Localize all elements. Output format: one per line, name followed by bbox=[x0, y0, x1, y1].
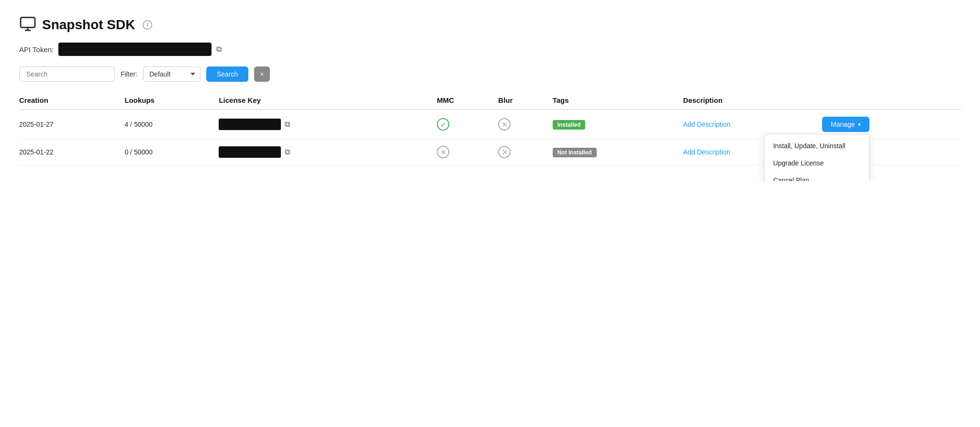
manage-btn-wrapper: Manage ▾ Install, Update, Uninstall Upgr… bbox=[822, 117, 869, 132]
search-input[interactable] bbox=[19, 66, 115, 82]
col-actions bbox=[822, 91, 961, 109]
row2-blur-x-icon: ✕ bbox=[498, 146, 511, 158]
row1-actions: Manage ▾ Install, Update, Uninstall Upgr… bbox=[822, 109, 961, 139]
row1-tags: Installed bbox=[553, 109, 683, 139]
row1-license-key: ⧉ bbox=[219, 109, 420, 139]
table-row: 2025-01-27 4 / 50000 ⧉ ✓ ✕ Installed Add… bbox=[19, 109, 961, 139]
col-creation: Creation bbox=[19, 91, 124, 109]
data-table: Creation Lookups License Key MMC Blur Ta… bbox=[19, 91, 961, 165]
api-token-row: API Token: ⧉ bbox=[19, 43, 961, 56]
monitor-icon bbox=[19, 15, 36, 34]
dropdown-item-install[interactable]: Install, Update, Uninstall bbox=[765, 137, 869, 154]
row2-not-installed-badge: Not Installed bbox=[553, 148, 597, 157]
api-token-label: API Token: bbox=[19, 45, 54, 54]
col-blur: Blur bbox=[498, 91, 552, 109]
row2-mmc: ✕ bbox=[437, 139, 498, 165]
copy-token-icon[interactable]: ⧉ bbox=[216, 45, 222, 54]
filter-label: Filter: bbox=[121, 70, 137, 78]
row2-creation: 2025-01-22 bbox=[19, 139, 124, 165]
col-license-key: License Key bbox=[219, 91, 437, 109]
row1-lookups: 4 / 50000 bbox=[124, 109, 219, 139]
api-token-value bbox=[58, 43, 212, 56]
row1-creation: 2025-01-27 bbox=[19, 109, 124, 139]
page-title: Snapshot SDK bbox=[42, 17, 135, 33]
row1-mmc: ✓ bbox=[437, 109, 498, 139]
row1-copy-license-icon[interactable]: ⧉ bbox=[285, 120, 290, 129]
chevron-down-icon: ▾ bbox=[858, 121, 861, 128]
search-button[interactable]: Search bbox=[206, 66, 248, 82]
row1-installed-badge: Installed bbox=[553, 120, 586, 130]
manage-button-label: Manage bbox=[831, 120, 855, 128]
search-bar: Filter: Default All Installed Not Instal… bbox=[19, 66, 961, 82]
dropdown-item-cancel[interactable]: Cancel Plan bbox=[765, 172, 869, 181]
row2-copy-license-icon[interactable]: ⧉ bbox=[285, 148, 290, 156]
manage-dropdown-menu: Install, Update, Uninstall Upgrade Licen… bbox=[764, 134, 869, 181]
row1-blur-x-icon: ✕ bbox=[498, 118, 511, 131]
col-lookups: Lookups bbox=[124, 91, 219, 109]
row1-blur: ✕ bbox=[498, 109, 552, 139]
col-tags: Tags bbox=[553, 91, 683, 109]
row1-license-key-block bbox=[219, 119, 281, 130]
col-mmc: MMC bbox=[437, 91, 498, 109]
row2-license-key-block bbox=[219, 146, 281, 158]
row1-add-description-link[interactable]: Add Description bbox=[683, 120, 731, 128]
manage-button[interactable]: Manage ▾ bbox=[822, 117, 869, 132]
clear-button[interactable]: × bbox=[254, 66, 269, 82]
page-header: Snapshot SDK i bbox=[19, 15, 961, 34]
col-description: Description bbox=[683, 91, 822, 109]
svg-rect-0 bbox=[21, 18, 35, 28]
info-icon[interactable]: i bbox=[143, 20, 152, 30]
row2-tags: Not Installed bbox=[553, 139, 683, 165]
dropdown-item-upgrade[interactable]: Upgrade License bbox=[765, 154, 869, 172]
row2-add-description-link[interactable]: Add Description bbox=[683, 148, 731, 156]
filter-select[interactable]: Default All Installed Not Installed bbox=[143, 66, 200, 82]
row2-lookups: 0 / 50000 bbox=[124, 139, 219, 165]
row1-mmc-check-icon: ✓ bbox=[437, 118, 449, 131]
row2-mmc-x-icon: ✕ bbox=[437, 146, 449, 158]
row2-blur: ✕ bbox=[498, 139, 552, 165]
row2-license-key: ⧉ bbox=[219, 139, 420, 165]
